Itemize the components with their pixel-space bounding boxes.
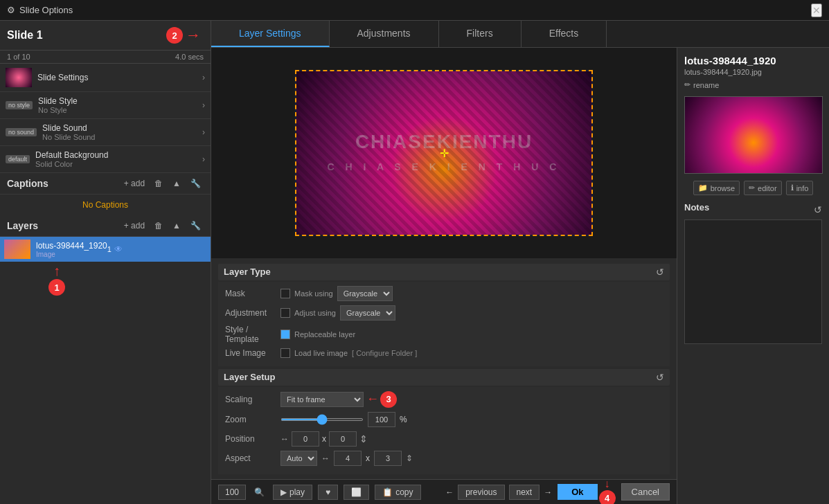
- aspect-link: ↔: [321, 453, 330, 463]
- captions-tools-button[interactable]: 🔧: [188, 177, 204, 190]
- previous-button[interactable]: previous: [458, 485, 504, 500]
- tabs: Layer Settings Adjustments Filters Effec…: [211, 21, 829, 48]
- slide-sound-arrow: ›: [202, 127, 205, 137]
- default-background-item[interactable]: default Default Background Solid Color ›: [0, 146, 211, 173]
- configure-folder-link[interactable]: [ Configure Folder ]: [352, 349, 417, 357]
- adjustment-select[interactable]: Grayscale: [340, 305, 395, 321]
- slide-sound-item[interactable]: no sound Slide Sound No Slide Sound ›: [0, 119, 211, 146]
- info-actions: 📁 browse ✏ editor ℹ info: [684, 181, 822, 195]
- rename-button[interactable]: ✏ rename: [684, 80, 822, 89]
- notes-reset[interactable]: ↺: [814, 204, 822, 215]
- ok-button[interactable]: Ok: [558, 484, 597, 500]
- mask-select[interactable]: Grayscale: [337, 286, 393, 301]
- toolbar-nav: ← previous next →: [445, 485, 552, 500]
- info-button[interactable]: ℹ info: [786, 181, 814, 195]
- mask-checkbox[interactable]: [280, 289, 290, 298]
- tab-effects[interactable]: Effects: [522, 21, 607, 47]
- cancel-button[interactable]: Cancel: [621, 483, 670, 501]
- captions-delete-button[interactable]: 🗑: [152, 177, 166, 190]
- aspect-ud-icon[interactable]: ⇕: [406, 453, 413, 463]
- slide-title: Slide 1: [7, 29, 43, 42]
- slide-sound-badge: no sound: [6, 128, 37, 136]
- layers-tools-button[interactable]: 🔧: [188, 219, 204, 232]
- info-icon: ℹ: [791, 183, 794, 192]
- style-template-checkbox[interactable]: [280, 330, 290, 339]
- tab-filters[interactable]: Filters: [439, 21, 522, 47]
- copy-button[interactable]: 📋 copy: [375, 485, 420, 500]
- slide-style-item[interactable]: no style Slide Style No Style ›: [0, 92, 211, 119]
- info-panel: lotus-398444_1920 lotus-398444_1920.jpg …: [677, 48, 829, 504]
- app-title: Slide Options: [19, 5, 73, 15]
- position-icon: ↔: [280, 434, 289, 444]
- captions-actions: + add 🗑 ▲ 🔧: [121, 177, 204, 190]
- screen-button[interactable]: ⬜: [344, 485, 369, 500]
- layer-thumbnail: [4, 240, 30, 259]
- scaling-select[interactable]: Fit to frame Stretch Actual size Fill fr…: [280, 392, 364, 407]
- captions-up-button[interactable]: ▲: [170, 177, 184, 190]
- annotation-4: 4: [599, 490, 616, 505]
- editor-button[interactable]: ✏ editor: [744, 181, 782, 195]
- captions-section-header: Captions + add 🗑 ▲ 🔧: [0, 173, 211, 195]
- layers-up-button[interactable]: ▲: [170, 219, 184, 232]
- browse-button[interactable]: 📁 browse: [693, 181, 740, 195]
- layer-type-header: Layer Type ↺: [218, 264, 670, 280]
- position-ud-icon[interactable]: ⇕: [359, 433, 368, 444]
- settings-area: Layer Type ↺ Mask Mask using Gra: [211, 258, 677, 480]
- captions-add-button[interactable]: + add: [121, 177, 148, 190]
- aspect-w-input[interactable]: [334, 451, 362, 466]
- slide-sound-text: Slide Sound No Slide Sound: [42, 123, 202, 141]
- layer-type-reset[interactable]: ↺: [656, 267, 664, 278]
- adjustment-row: Adjustment Adjust using Grayscale: [225, 305, 663, 321]
- scaling-label: Scaling: [225, 395, 280, 404]
- zoom-slider[interactable]: [280, 418, 364, 421]
- tab-layer-settings[interactable]: Layer Settings: [211, 21, 330, 47]
- aspect-h-input[interactable]: [374, 451, 402, 466]
- app-icon: ⚙: [7, 5, 15, 15]
- layer-item[interactable]: lotus-398444_1920 Image 1 👁: [0, 237, 211, 262]
- file-preview: [684, 96, 823, 174]
- next-arrow: →: [544, 487, 552, 497]
- layer-type-grid: Mask Mask using Grayscale Adjust: [218, 282, 670, 366]
- next-button[interactable]: next: [509, 485, 540, 500]
- layers-actions: + add 🗑 ▲ 🔧: [121, 219, 204, 232]
- search-button[interactable]: 🔍: [251, 486, 267, 498]
- slide-position: 1 of 10: [7, 53, 30, 61]
- heart-button[interactable]: ♥: [318, 485, 338, 500]
- slide-style-arrow: ›: [202, 100, 205, 110]
- pencil-icon: ✏: [684, 80, 690, 89]
- style-template-label: Style / Template: [225, 325, 280, 344]
- bottom-toolbar: 🔍 ▶ play ♥ ⬜ 📋 copy ← previous: [211, 479, 677, 504]
- live-image-checkbox[interactable]: [280, 348, 290, 358]
- tab-adjustments[interactable]: Adjustments: [330, 21, 439, 47]
- aspect-select[interactable]: Auto 16:9 4:3: [280, 451, 317, 466]
- layer-setup-title: Layer Setup: [224, 372, 656, 382]
- layers-title: Layers: [7, 220, 38, 231]
- close-button[interactable]: ✕: [811, 3, 822, 17]
- zoom-unit: %: [400, 415, 407, 424]
- adjustment-checkbox[interactable]: [280, 308, 290, 318]
- style-template-row: Style / Template Replaceable layer: [225, 325, 663, 344]
- mask-label: Mask: [225, 289, 280, 298]
- layers-delete-button[interactable]: 🗑: [152, 219, 166, 232]
- crosshair: ✛: [440, 146, 449, 159]
- scaling-row: Scaling Fit to frame Stretch Actual size…: [225, 391, 663, 408]
- zoom-input[interactable]: [368, 412, 395, 427]
- notes-textarea[interactable]: [684, 219, 822, 344]
- canvas-image[interactable]: CHIASEKIENTHUC H I A S E K I E N T H U C…: [295, 70, 593, 236]
- position-row: Position ↔ x ⇕: [225, 431, 663, 447]
- position-x-input[interactable]: [292, 431, 319, 447]
- browse-icon: 📁: [698, 183, 708, 192]
- annotation-1: 1: [48, 279, 65, 296]
- play-button[interactable]: ▶ play: [273, 485, 312, 500]
- layers-add-button[interactable]: + add: [121, 219, 148, 232]
- layer-setup-reset[interactable]: ↺: [656, 372, 664, 383]
- play-icon: ▶: [280, 487, 287, 497]
- live-image-label: Live Image: [225, 348, 280, 358]
- slide-settings-item[interactable]: Slide Settings ›: [0, 64, 211, 92]
- zoom-toolbar-input[interactable]: [218, 485, 246, 500]
- slide-settings-text: Slide Settings: [37, 73, 202, 82]
- layer-visibility-icon[interactable]: 👁: [114, 244, 123, 254]
- notes-section: Notes ↺: [684, 202, 822, 497]
- zoom-label: Zoom: [225, 415, 280, 424]
- position-y-input[interactable]: [329, 431, 357, 447]
